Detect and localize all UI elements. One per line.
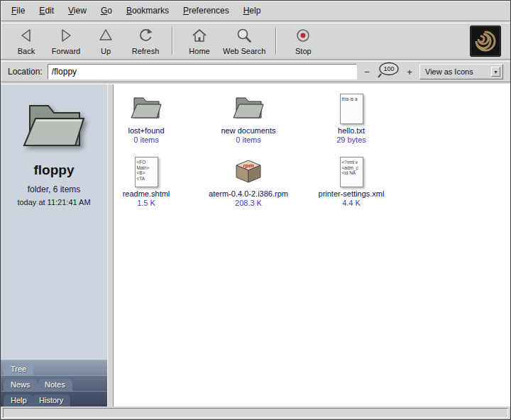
file-item-lost-found[interactable]: lost+found 0 items [114,89,199,144]
file-name: hello.txt [298,126,405,135]
sidebar-folder-title: floppy [34,162,75,178]
stop-icon [295,28,312,46]
main-area: floppy folder, 6 items today at 11:21:41… [1,84,510,407]
file-item-printer-settings-xml[interactable]: <?xml v <adm_c <id NA printer-settings.x… [298,152,405,207]
menu-view[interactable]: View [62,4,93,18]
web-search-label: Web Search [223,47,265,55]
menu-go[interactable]: Go [94,4,119,18]
file-size: 1.5 K [114,199,199,207]
rpm-logo-text: rpm [243,162,253,169]
forward-icon [57,28,75,46]
home-icon [191,28,208,46]
web-search-button[interactable]: Web Search [219,25,269,57]
file-item-hello-txt[interactable]: this is a hello.txt 29 bytes [298,89,405,144]
up-icon [97,28,114,46]
sidebar-tab-row: Help History [1,391,107,407]
sidebar-folder-date: today at 11:21:41 AM [17,198,90,206]
status-bar [1,407,510,419]
stop-button[interactable]: Stop [283,25,323,57]
back-icon [18,28,35,46]
xml-file-icon: <?xml v <adm_c <id NA [340,157,363,187]
refresh-icon [137,28,154,46]
toolbar-separator [275,28,277,55]
web-search-icon [236,28,253,46]
file-size: 208.3 K [195,199,302,207]
toolbar-separator [172,28,173,55]
zoom-level-value: 100 [383,65,394,72]
file-size: 4.4 K [298,199,405,207]
file-size: 29 bytes [298,136,405,144]
menu-bar: File Edit View Go Bookmarks Preferences … [1,1,510,21]
sidebar-splitter[interactable] [107,84,114,407]
location-bar: Location: − 100 + View as Icons ▼ [1,62,510,82]
zoom-in-button[interactable]: + [405,67,414,77]
file-item-aterm-rpm[interactable]: rpm aterm-0.4.0-2.i386.rpm 208.3 K [195,152,302,207]
file-item-readme-shtml[interactable]: <FO Main> <B> <TA readme.shtml 1.5 K [114,152,199,207]
sidebar-tab-row: News Notes [1,375,107,391]
home-button[interactable]: Home [180,25,219,57]
chevron-down-icon: ▼ [491,67,500,77]
back-label: Back [18,47,35,55]
throbber-logo-icon[interactable] [470,26,501,57]
forward-button[interactable]: Forward [46,25,86,57]
sidebar-tab-notes[interactable]: Notes [38,379,72,391]
menu-bookmarks[interactable]: Bookmarks [120,4,175,18]
menu-help[interactable]: Help [237,4,268,18]
view-mode-value: View as Icons [425,67,473,76]
status-field [3,408,508,418]
refresh-label: Refresh [132,47,160,55]
html-file-icon: <FO Main> <B> <TA [135,157,158,187]
file-name: new documents [195,126,302,135]
refresh-button[interactable]: Refresh [126,25,165,57]
up-label: Up [101,47,111,55]
file-size: 0 items [195,136,302,144]
sidebar-tabs: Tree News Notes Help History [1,360,107,407]
file-name: printer-settings.xml [298,189,405,198]
menu-preferences[interactable]: Preferences [177,4,236,18]
file-size: 0 items [114,136,199,144]
view-mode-dropdown[interactable]: View as Icons ▼ [419,64,503,79]
back-button[interactable]: Back [6,25,46,57]
sidebar-tab-news[interactable]: News [4,379,38,391]
file-name: lost+found [114,126,199,135]
location-label: Location: [8,67,43,77]
file-item-new-documents[interactable]: new documents 0 items [195,89,302,144]
file-manager-window: File Edit View Go Bookmarks Preferences … [0,0,511,420]
menu-edit[interactable]: Edit [33,4,60,18]
folder-icon [130,93,163,124]
sidebar-tab-row: Tree [1,360,107,375]
zoom-out-button[interactable]: − [362,67,372,77]
file-name: aterm-0.4.0-2.i386.rpm [195,189,302,198]
text-file-icon: this is a [340,94,363,124]
sidebar-tab-tree[interactable]: Tree [4,363,33,375]
up-button[interactable]: Up [86,25,126,57]
stop-label: Stop [295,47,312,55]
rpm-package-icon: rpm [232,158,265,187]
home-label: Home [189,47,209,55]
floppy-folder-icon[interactable] [21,96,87,155]
sidebar-tab-help[interactable]: Help [4,394,34,407]
sidebar-tab-history[interactable]: History [32,394,70,407]
location-input[interactable] [48,64,357,79]
zoom-level-indicator[interactable]: 100 [377,62,400,82]
sidebar-folder-info: folder, 6 items [28,184,81,194]
folder-icon [232,93,265,124]
file-name: readme.shtml [114,189,199,198]
sidebar: floppy folder, 6 items today at 11:21:41… [1,84,107,407]
forward-label: Forward [52,47,80,55]
folder-view[interactable]: lost+found 0 items new documents 0 items… [114,84,510,407]
toolbar: Back Forward Up Refresh Home [1,23,510,59]
menu-file[interactable]: File [5,4,31,18]
